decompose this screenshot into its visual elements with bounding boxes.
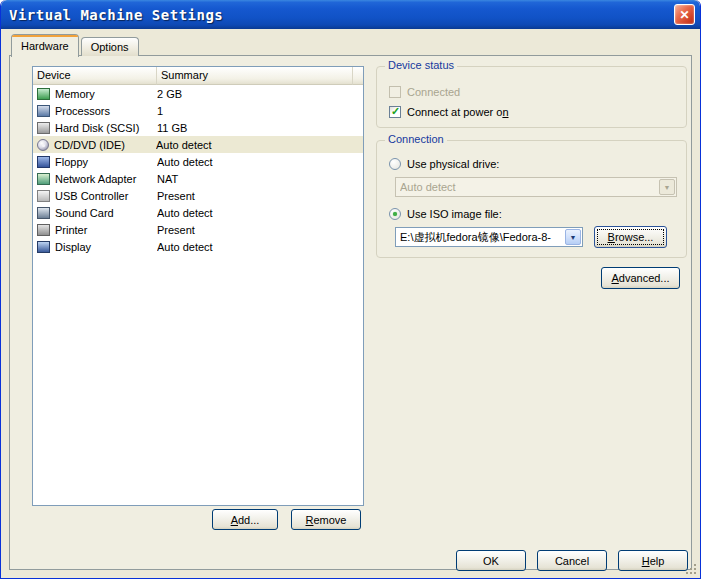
connect-at-power-on-checkbox[interactable]: Connect at power on bbox=[389, 105, 509, 119]
add-button[interactable]: Add... bbox=[212, 509, 278, 530]
device-summary: Auto detect bbox=[157, 241, 361, 253]
dropdown-arrow-glyph: ▼ bbox=[664, 184, 671, 191]
radio-icon bbox=[389, 208, 401, 220]
device-name: Display bbox=[55, 241, 157, 253]
device-name: Printer bbox=[55, 224, 157, 236]
help-button[interactable]: Help bbox=[618, 550, 688, 571]
physical-drive-combobox-value: Auto detect bbox=[400, 181, 658, 193]
device-name: USB Controller bbox=[55, 190, 157, 202]
table-row[interactable]: DisplayAuto detect bbox=[33, 238, 363, 255]
virtual-machine-settings-window: Virtual Machine Settings ✕ Hardware Opti… bbox=[0, 0, 701, 579]
device-list-body: Memory2 GBProcessors1Hard Disk (SCSI)11 … bbox=[33, 85, 363, 505]
device-summary: Auto detect bbox=[157, 207, 361, 219]
window-title: Virtual Machine Settings bbox=[9, 7, 223, 23]
device-summary: Present bbox=[157, 190, 361, 202]
close-icon: ✕ bbox=[679, 8, 689, 22]
checkbox-icon bbox=[389, 106, 401, 118]
connected-checkbox[interactable]: Connected bbox=[389, 85, 460, 99]
tab-page-hardware: Device Summary Memory2 GBProcessors1Hard… bbox=[9, 55, 692, 570]
network-adapter-icon bbox=[37, 173, 50, 185]
device-summary: 1 bbox=[157, 105, 361, 117]
remove-button[interactable]: Remove bbox=[291, 509, 361, 530]
column-header-device: Device bbox=[33, 67, 157, 85]
connected-checkbox-label: Connected bbox=[407, 86, 460, 98]
table-row[interactable]: Hard Disk (SCSI)11 GB bbox=[33, 119, 363, 136]
device-summary: 11 GB bbox=[157, 122, 361, 134]
advanced-button[interactable]: Advanced... bbox=[601, 267, 680, 289]
column-header-filler bbox=[353, 67, 363, 85]
iso-image-combobox-value: E:\虚拟机fedora镜像\Fedora-8- bbox=[400, 230, 564, 245]
iso-image-combobox[interactable]: E:\虚拟机fedora镜像\Fedora-8- ▼ bbox=[395, 227, 583, 247]
ok-button[interactable]: OK bbox=[456, 550, 526, 571]
hard-disk-icon bbox=[37, 122, 50, 134]
use-physical-drive-radio[interactable]: Use physical drive: bbox=[389, 157, 499, 171]
device-summary: Auto detect bbox=[157, 156, 361, 168]
floppy-icon bbox=[37, 156, 50, 168]
memory-icon bbox=[37, 88, 50, 100]
device-list: Device Summary Memory2 GBProcessors1Hard… bbox=[32, 66, 364, 506]
connection-group: Connection Use physical drive: Auto dete… bbox=[376, 140, 687, 258]
device-status-group-label: Device status bbox=[385, 59, 457, 71]
device-summary: Auto detect bbox=[156, 139, 361, 151]
connect-at-power-on-label: Connect at power on bbox=[407, 106, 509, 118]
tab-strip: Hardware Options bbox=[11, 33, 141, 56]
device-list-header: Device Summary bbox=[33, 67, 363, 85]
usb-icon bbox=[37, 190, 50, 202]
dropdown-arrow-icon[interactable]: ▼ bbox=[659, 179, 675, 195]
table-row[interactable]: Processors1 bbox=[33, 102, 363, 119]
table-row[interactable]: Memory2 GB bbox=[33, 85, 363, 102]
connection-group-label: Connection bbox=[385, 133, 447, 145]
device-name: Sound Card bbox=[55, 207, 157, 219]
table-row[interactable]: PrinterPresent bbox=[33, 221, 363, 238]
device-summary: 2 GB bbox=[157, 88, 361, 100]
table-row[interactable]: FloppyAuto detect bbox=[33, 153, 363, 170]
tab-options-label: Options bbox=[91, 41, 129, 53]
table-row[interactable]: Network AdapterNAT bbox=[33, 170, 363, 187]
browse-button[interactable]: Browse... bbox=[594, 226, 667, 248]
dropdown-arrow-glyph: ▼ bbox=[570, 234, 577, 241]
sound-card-icon bbox=[37, 207, 50, 219]
device-name: Memory bbox=[55, 88, 157, 100]
column-header-summary: Summary bbox=[157, 67, 353, 85]
cancel-button[interactable]: Cancel bbox=[537, 550, 607, 571]
processor-icon bbox=[37, 105, 50, 117]
device-name: Floppy bbox=[55, 156, 157, 168]
table-row[interactable]: Sound CardAuto detect bbox=[33, 204, 363, 221]
printer-icon bbox=[37, 224, 50, 236]
device-name: Hard Disk (SCSI) bbox=[55, 122, 157, 134]
radio-icon bbox=[389, 158, 401, 170]
device-name: CD/DVD (IDE) bbox=[54, 139, 156, 151]
physical-drive-combobox[interactable]: Auto detect ▼ bbox=[395, 177, 677, 197]
resize-grip[interactable] bbox=[685, 563, 696, 574]
tab-hardware[interactable]: Hardware bbox=[11, 34, 79, 57]
table-row[interactable]: USB ControllerPresent bbox=[33, 187, 363, 204]
tab-options[interactable]: Options bbox=[81, 37, 139, 56]
table-row[interactable]: CD/DVD (IDE)Auto detect bbox=[33, 136, 363, 153]
tab-hardware-label: Hardware bbox=[21, 40, 69, 52]
checkbox-icon bbox=[389, 86, 401, 98]
device-name: Network Adapter bbox=[55, 173, 157, 185]
device-summary: Present bbox=[157, 224, 361, 236]
use-iso-image-label: Use ISO image file: bbox=[407, 208, 502, 220]
titlebar[interactable]: Virtual Machine Settings ✕ bbox=[1, 0, 700, 29]
cd-dvd-icon bbox=[37, 139, 49, 151]
dropdown-arrow-icon[interactable]: ▼ bbox=[565, 229, 581, 245]
close-button[interactable]: ✕ bbox=[674, 4, 695, 25]
use-iso-image-radio[interactable]: Use ISO image file: bbox=[389, 207, 502, 221]
display-icon bbox=[37, 241, 50, 253]
device-name: Processors bbox=[55, 105, 157, 117]
device-status-group: Device status Connected Connect at power… bbox=[376, 66, 687, 128]
device-summary: NAT bbox=[157, 173, 361, 185]
use-physical-drive-label: Use physical drive: bbox=[407, 158, 499, 170]
